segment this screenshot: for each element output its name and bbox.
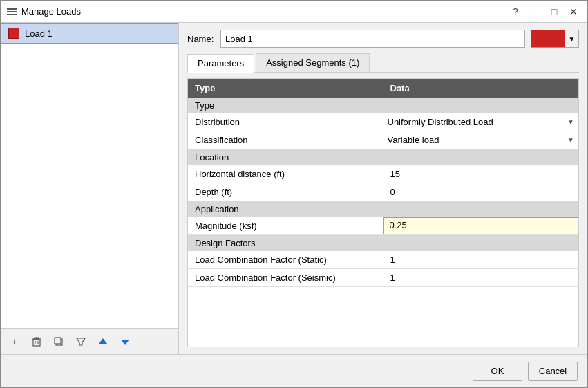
svg-marker-10 — [77, 338, 85, 345]
tab-assigned-segments[interactable]: Assigned Segments (1) — [256, 53, 370, 72]
svg-rect-0 — [7, 8, 17, 10]
title-bar-controls: ? − □ ✕ — [507, 3, 582, 20]
section-location: Location — [188, 149, 578, 165]
title-bar: Manage Loads ? − □ ✕ — [1, 1, 587, 23]
table-row: Magnitude (ksf) 0.25 — [188, 217, 578, 235]
svg-rect-3 — [33, 340, 40, 346]
col2-header: Data — [383, 79, 579, 98]
name-input[interactable] — [220, 30, 525, 48]
magnitude-label: Magnitude (ksf) — [188, 217, 383, 234]
distribution-select[interactable]: Uniformly Distributed Load Point Load Li… — [388, 117, 568, 127]
down-arrow-icon — [120, 336, 131, 347]
maximize-button[interactable]: □ — [546, 3, 562, 20]
help-button[interactable]: ? — [507, 3, 524, 20]
table-row: Distribution Uniformly Distributed Load … — [188, 113, 578, 131]
app-icon — [6, 6, 17, 17]
table-row: Load Combination Factor (Static) 1 — [188, 251, 578, 269]
table-row: Classification Variable load Dead load L… — [188, 131, 578, 149]
color-picker-button[interactable] — [531, 30, 565, 48]
cancel-button[interactable]: Cancel — [528, 362, 578, 381]
svg-rect-1 — [7, 11, 17, 12]
close-button[interactable]: ✕ — [565, 3, 582, 20]
left-panel: Load 1 + — [1, 23, 179, 354]
classification-select[interactable]: Variable load Dead load Live load — [388, 135, 568, 145]
svg-rect-5 — [35, 338, 39, 339]
parameters-table: Type Data Type Distribution Uniformly Di… — [187, 78, 579, 347]
left-toolbar: + — [1, 328, 178, 354]
table-row: Horizontal distance (ft) 15 — [188, 165, 578, 183]
name-row: Name: ▼ — [187, 30, 579, 48]
distribution-dropdown-icon: ▼ — [567, 118, 574, 126]
load-item-label: Load 1 — [25, 28, 53, 39]
minimize-button[interactable]: − — [527, 3, 543, 20]
content-area: Load 1 + — [1, 23, 587, 354]
up-arrow-icon — [97, 336, 108, 347]
tab-parameters[interactable]: Parameters — [187, 54, 254, 73]
depth-label: Depth (ft) — [188, 183, 383, 201]
move-up-button[interactable] — [93, 332, 113, 351]
load-color-icon — [8, 28, 19, 39]
magnitude-value[interactable]: 0.25 — [383, 217, 579, 234]
lcf-static-value[interactable]: 1 — [383, 251, 579, 268]
classification-dropdown-icon: ▼ — [567, 136, 574, 144]
delete-load-button[interactable] — [27, 332, 46, 351]
horiz-distance-value[interactable]: 15 — [383, 165, 579, 183]
lcf-seismic-value[interactable]: 1 — [383, 269, 579, 286]
distribution-label: Distribution — [188, 113, 383, 131]
right-panel: Name: ▼ Parameters Assigned Segments (1) — [179, 23, 587, 354]
list-item[interactable]: Load 1 — [1, 23, 178, 44]
svg-marker-11 — [99, 338, 107, 344]
horiz-distance-label: Horizontal distance (ft) — [188, 165, 383, 183]
distribution-value[interactable]: Uniformly Distributed Load Point Load Li… — [383, 113, 579, 131]
lcf-static-label: Load Combination Factor (Static) — [188, 251, 383, 268]
classification-label: Classification — [188, 131, 383, 149]
color-dropdown-arrow[interactable]: ▼ — [565, 30, 579, 48]
move-down-button[interactable] — [115, 332, 135, 351]
table-row: Load Combination Factor (Seismic) 1 — [188, 269, 578, 287]
tabs-row: Parameters Assigned Segments (1) — [187, 53, 579, 73]
section-design-factors: Design Factors — [188, 235, 578, 251]
depth-value[interactable]: 0 — [383, 183, 579, 201]
window-title: Manage Loads — [21, 6, 81, 17]
svg-rect-9 — [55, 338, 61, 344]
name-label: Name: — [187, 34, 215, 44]
col1-header: Type — [188, 79, 383, 98]
svg-rect-2 — [7, 14, 17, 15]
section-application: Application — [188, 201, 578, 217]
title-bar-left: Manage Loads — [6, 6, 81, 17]
ok-button[interactable]: OK — [473, 362, 522, 381]
manage-loads-window: Manage Loads ? − □ ✕ Load 1 + — [0, 0, 588, 388]
bottom-bar: OK Cancel — [1, 354, 587, 387]
section-type: Type — [188, 98, 578, 113]
copy-icon — [53, 336, 64, 347]
table-row: Depth (ft) 0 — [188, 183, 578, 201]
lcf-seismic-label: Load Combination Factor (Seismic) — [188, 269, 383, 286]
table-header: Type Data — [188, 79, 578, 98]
filter-icon — [75, 336, 86, 347]
trash-icon — [31, 336, 42, 347]
add-load-button[interactable]: + — [5, 332, 24, 351]
load-list: Load 1 — [1, 23, 178, 328]
classification-value[interactable]: Variable load Dead load Live load ▼ — [383, 131, 579, 149]
filter-button[interactable] — [71, 332, 91, 351]
copy-load-button[interactable] — [49, 332, 68, 351]
svg-marker-12 — [121, 340, 129, 345]
